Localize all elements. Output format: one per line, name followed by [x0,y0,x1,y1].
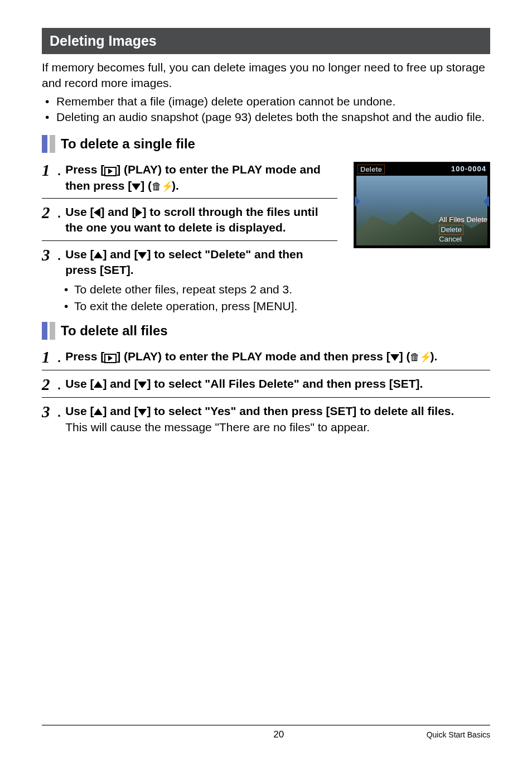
screenshot-top-label: Delete [357,165,385,174]
subheader-all-text: To delete all files [61,323,168,339]
screenshot-menu-all: All Files Delete [439,215,487,225]
divider [42,240,337,241]
single-step-1: 1. Press [] (PLAY) to enter the PLAY mod… [42,162,337,194]
subheader-single-text: To delete a single file [61,136,195,152]
left-arrow-icon [94,208,100,217]
accent-bar-gray [50,135,55,153]
down-arrow-icon [390,354,399,361]
step-text: ] and [ [100,205,136,218]
step-text: ). [172,179,179,192]
step-text: ] and [ [103,377,138,390]
page-footer: 20 Quick Start Basics [42,725,490,740]
all-step-1: 1. Press [] (PLAY) to enter the PLAY mod… [42,349,490,365]
down-arrow-icon [138,409,147,416]
step-text: Press [ [65,163,104,176]
section-bullet: Deleting an audio snapshot (page 93) del… [42,109,490,125]
right-arrow-icon [136,208,142,217]
down-arrow-icon [138,252,147,259]
up-arrow-icon [94,252,103,258]
screenshot-menu-delete: Delete [439,225,463,235]
section-bullet-list: Remember that a file (image) delete oper… [42,94,490,126]
step-text: ] ( [399,350,410,363]
step-text: ] (PLAY) to enter the PLAY mode and then… [117,350,390,363]
single-step-3: 3. Use [] and [] to select "Delete" and … [42,247,337,278]
single-step-2: 2. Use [] and [] to scroll through the f… [42,204,337,236]
divider [42,370,490,370]
divider [42,198,337,199]
step-number: 1 [42,349,57,365]
step-text: ] to select "All Files Delete" and then … [147,377,423,390]
up-arrow-icon [94,381,103,388]
sub-bullet: To exit the delete operation, press [MEN… [64,298,490,314]
step-text: Use [ [65,248,94,261]
step-text: ] to select "Yes" and then press [SET] t… [147,404,454,417]
step-number: 1 [42,162,57,179]
down-arrow-icon [138,382,147,388]
up-arrow-icon [94,408,103,415]
screenshot-right-arrow-icon [483,196,489,207]
single-sub-bullets: To delete other files, repeat steps 2 an… [42,281,490,314]
step-text: ] ( [141,179,152,192]
trash-flash-icon: 🗑 ⚡ [152,181,172,192]
subheader-single: To delete a single file [42,135,490,153]
sub-bullet: To delete other files, repeat steps 2 an… [64,281,490,297]
all-step-3: 3. Use [] and [] to select "Yes" and the… [42,403,490,435]
step-text: Use [ [65,404,94,417]
screenshot-menu: All Files Delete Delete Cancel [439,215,487,245]
screenshot-left-arrow-icon [355,196,360,207]
trash-flash-icon: 🗑 ⚡ [410,351,430,363]
step-number: 3 [42,403,57,420]
step-text: ] and [ [103,248,138,261]
step-text: Use [ [65,377,94,390]
section-intro: If memory becomes full, you can delete i… [42,60,490,91]
accent-bar-blue [42,322,47,340]
step-text: Use [ [65,205,94,218]
step-number: 2 [42,204,57,221]
all-step-2: 2. Use [] and [] to select "All Files De… [42,376,490,393]
subheader-all: To delete all files [42,322,490,340]
step-number: 2 [42,376,57,393]
step-number: 3 [42,247,57,263]
section-title: Deleting Images [42,28,490,54]
section-bullet: Remember that a file (image) delete oper… [42,94,490,109]
camera-screenshot: Delete 100-0004 All Files Delete Delete … [354,162,490,248]
step-text: ] and [ [103,404,138,417]
footer-page-number: 20 [131,729,427,740]
screenshot-menu-cancel: Cancel [439,235,487,244]
step-text: ). [431,350,438,363]
accent-bar-gray [50,322,55,340]
step-plain-text: This will cause the message "There are n… [65,420,490,435]
screenshot-counter: 100-0004 [451,165,486,174]
down-arrow-icon [132,184,141,190]
accent-bar-blue [42,135,47,153]
step-text: Press [ [65,350,104,363]
footer-label: Quick Start Basics [427,730,490,739]
divider [42,397,490,398]
play-icon [104,354,117,363]
play-icon [104,167,117,176]
